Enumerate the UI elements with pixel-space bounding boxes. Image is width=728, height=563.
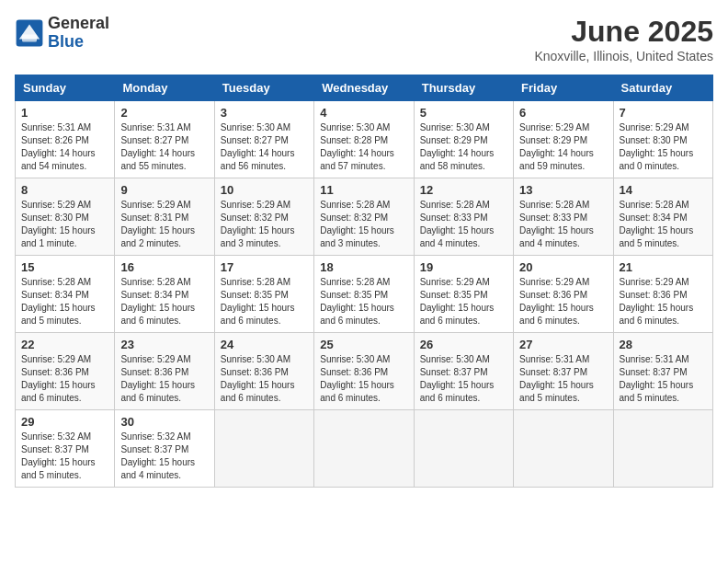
day-info: Sunrise: 5:28 AMSunset: 8:34 PMDaylight:… bbox=[21, 276, 108, 327]
day-info: Sunrise: 5:29 AMSunset: 8:36 PMDaylight:… bbox=[120, 353, 208, 405]
day-info: Sunrise: 5:29 AMSunset: 8:31 PMDaylight:… bbox=[120, 199, 208, 250]
header-wednesday: Wednesday bbox=[314, 75, 414, 101]
logo-blue-text: Blue bbox=[48, 33, 109, 52]
day-info: Sunrise: 5:29 AMSunset: 8:36 PMDaylight:… bbox=[21, 353, 108, 405]
day-number: 23 bbox=[120, 338, 208, 351]
day-info: Sunrise: 5:31 AMSunset: 8:26 PMDaylight:… bbox=[21, 121, 108, 173]
calendar-week-1: 1Sunrise: 5:31 AMSunset: 8:26 PMDaylight… bbox=[16, 101, 713, 178]
day-number: 29 bbox=[21, 415, 108, 429]
day-number: 24 bbox=[221, 338, 308, 351]
day-number: 8 bbox=[21, 183, 108, 197]
day-number: 15 bbox=[21, 260, 108, 274]
header-tuesday: Tuesday bbox=[214, 75, 313, 101]
location-title: Knoxville, Illinois, United States bbox=[534, 49, 713, 63]
calendar-cell bbox=[414, 410, 513, 488]
day-number: 30 bbox=[120, 415, 208, 429]
day-number: 2 bbox=[120, 106, 208, 120]
day-number: 22 bbox=[21, 338, 108, 351]
day-info: Sunrise: 5:32 AMSunset: 8:37 PMDaylight:… bbox=[120, 431, 208, 482]
day-number: 1 bbox=[21, 106, 108, 120]
calendar-cell: 7Sunrise: 5:29 AMSunset: 8:30 PMDaylight… bbox=[613, 101, 712, 178]
day-number: 21 bbox=[620, 260, 707, 274]
day-number: 14 bbox=[620, 183, 707, 197]
day-number: 18 bbox=[320, 260, 407, 274]
calendar-cell: 3Sunrise: 5:30 AMSunset: 8:27 PMDaylight… bbox=[214, 101, 313, 178]
calendar-cell: 20Sunrise: 5:29 AMSunset: 8:36 PMDayligh… bbox=[514, 256, 613, 333]
logo: General Blue bbox=[15, 15, 109, 52]
day-info: Sunrise: 5:29 AMSunset: 8:36 PMDaylight:… bbox=[519, 276, 607, 327]
day-number: 13 bbox=[519, 183, 607, 197]
day-info: Sunrise: 5:28 AMSunset: 8:34 PMDaylight:… bbox=[620, 199, 707, 250]
calendar-cell: 1Sunrise: 5:31 AMSunset: 8:26 PMDaylight… bbox=[16, 101, 115, 178]
day-info: Sunrise: 5:30 AMSunset: 8:28 PMDaylight:… bbox=[320, 121, 407, 173]
calendar-cell: 26Sunrise: 5:30 AMSunset: 8:37 PMDayligh… bbox=[414, 333, 513, 410]
day-info: Sunrise: 5:32 AMSunset: 8:37 PMDaylight:… bbox=[21, 431, 108, 482]
calendar-cell bbox=[514, 410, 613, 488]
calendar-cell: 9Sunrise: 5:29 AMSunset: 8:31 PMDaylight… bbox=[115, 178, 214, 256]
day-number: 28 bbox=[620, 338, 707, 351]
calendar-cell: 21Sunrise: 5:29 AMSunset: 8:36 PMDayligh… bbox=[613, 256, 712, 333]
header: General Blue June 2025 Knoxville, Illino… bbox=[15, 15, 713, 63]
calendar-cell bbox=[214, 410, 313, 488]
calendar-cell: 4Sunrise: 5:30 AMSunset: 8:28 PMDaylight… bbox=[314, 101, 414, 178]
day-number: 27 bbox=[519, 338, 607, 351]
day-info: Sunrise: 5:28 AMSunset: 8:34 PMDaylight:… bbox=[120, 276, 208, 327]
day-info: Sunrise: 5:28 AMSunset: 8:32 PMDaylight:… bbox=[320, 199, 407, 250]
header-thursday: Thursday bbox=[414, 75, 513, 101]
day-info: Sunrise: 5:28 AMSunset: 8:33 PMDaylight:… bbox=[420, 199, 507, 250]
header-monday: Monday bbox=[115, 75, 214, 101]
calendar-cell: 30Sunrise: 5:32 AMSunset: 8:37 PMDayligh… bbox=[115, 410, 214, 488]
day-number: 4 bbox=[320, 106, 407, 120]
calendar-cell: 8Sunrise: 5:29 AMSunset: 8:30 PMDaylight… bbox=[16, 178, 115, 256]
day-info: Sunrise: 5:28 AMSunset: 8:35 PMDaylight:… bbox=[221, 276, 308, 327]
day-info: Sunrise: 5:30 AMSunset: 8:37 PMDaylight:… bbox=[420, 353, 507, 405]
calendar-cell: 5Sunrise: 5:30 AMSunset: 8:29 PMDaylight… bbox=[414, 101, 513, 178]
calendar-cell: 22Sunrise: 5:29 AMSunset: 8:36 PMDayligh… bbox=[16, 333, 115, 410]
day-info: Sunrise: 5:31 AMSunset: 8:27 PMDaylight:… bbox=[120, 121, 208, 173]
calendar-cell: 11Sunrise: 5:28 AMSunset: 8:32 PMDayligh… bbox=[314, 178, 414, 256]
calendar-cell: 23Sunrise: 5:29 AMSunset: 8:36 PMDayligh… bbox=[115, 333, 214, 410]
month-title: June 2025 bbox=[534, 15, 713, 49]
calendar-cell: 18Sunrise: 5:28 AMSunset: 8:35 PMDayligh… bbox=[314, 256, 414, 333]
calendar-cell: 25Sunrise: 5:30 AMSunset: 8:36 PMDayligh… bbox=[314, 333, 414, 410]
title-area: June 2025 Knoxville, Illinois, United St… bbox=[534, 15, 713, 63]
day-number: 9 bbox=[120, 183, 208, 197]
header-sunday: Sunday bbox=[16, 75, 115, 101]
day-number: 6 bbox=[519, 106, 607, 120]
calendar-cell: 16Sunrise: 5:28 AMSunset: 8:34 PMDayligh… bbox=[115, 256, 214, 333]
calendar-cell: 17Sunrise: 5:28 AMSunset: 8:35 PMDayligh… bbox=[214, 256, 313, 333]
calendar-cell: 24Sunrise: 5:30 AMSunset: 8:36 PMDayligh… bbox=[214, 333, 313, 410]
day-info: Sunrise: 5:30 AMSunset: 8:36 PMDaylight:… bbox=[320, 353, 407, 405]
calendar-cell: 14Sunrise: 5:28 AMSunset: 8:34 PMDayligh… bbox=[613, 178, 712, 256]
calendar-cell: 6Sunrise: 5:29 AMSunset: 8:29 PMDaylight… bbox=[514, 101, 613, 178]
day-info: Sunrise: 5:29 AMSunset: 8:30 PMDaylight:… bbox=[21, 199, 108, 250]
day-number: 17 bbox=[221, 260, 308, 274]
calendar-week-4: 22Sunrise: 5:29 AMSunset: 8:36 PMDayligh… bbox=[16, 333, 713, 410]
day-info: Sunrise: 5:28 AMSunset: 8:33 PMDaylight:… bbox=[519, 199, 607, 250]
calendar-cell: 19Sunrise: 5:29 AMSunset: 8:35 PMDayligh… bbox=[414, 256, 513, 333]
day-info: Sunrise: 5:30 AMSunset: 8:36 PMDaylight:… bbox=[221, 353, 308, 405]
day-info: Sunrise: 5:30 AMSunset: 8:27 PMDaylight:… bbox=[221, 121, 308, 173]
calendar-cell: 13Sunrise: 5:28 AMSunset: 8:33 PMDayligh… bbox=[514, 178, 613, 256]
logo-general-text: General bbox=[48, 15, 109, 33]
day-number: 7 bbox=[620, 106, 707, 120]
day-info: Sunrise: 5:31 AMSunset: 8:37 PMDaylight:… bbox=[620, 353, 707, 405]
day-info: Sunrise: 5:29 AMSunset: 8:35 PMDaylight:… bbox=[420, 276, 507, 327]
day-number: 10 bbox=[221, 183, 308, 197]
day-number: 19 bbox=[420, 260, 507, 274]
day-number: 16 bbox=[120, 260, 208, 274]
calendar-cell bbox=[314, 410, 414, 488]
day-number: 20 bbox=[519, 260, 607, 274]
day-info: Sunrise: 5:29 AMSunset: 8:29 PMDaylight:… bbox=[519, 121, 607, 173]
calendar-cell: 28Sunrise: 5:31 AMSunset: 8:37 PMDayligh… bbox=[613, 333, 712, 410]
calendar-cell: 29Sunrise: 5:32 AMSunset: 8:37 PMDayligh… bbox=[16, 410, 115, 488]
calendar-cell bbox=[613, 410, 712, 488]
day-number: 12 bbox=[420, 183, 507, 197]
calendar-table: SundayMondayTuesdayWednesdayThursdayFrid… bbox=[15, 75, 713, 488]
svg-rect-2 bbox=[22, 34, 37, 41]
calendar-cell: 15Sunrise: 5:28 AMSunset: 8:34 PMDayligh… bbox=[16, 256, 115, 333]
day-info: Sunrise: 5:28 AMSunset: 8:35 PMDaylight:… bbox=[320, 276, 407, 327]
calendar-week-5: 29Sunrise: 5:32 AMSunset: 8:37 PMDayligh… bbox=[16, 410, 713, 488]
calendar-cell: 2Sunrise: 5:31 AMSunset: 8:27 PMDaylight… bbox=[115, 101, 214, 178]
day-info: Sunrise: 5:30 AMSunset: 8:29 PMDaylight:… bbox=[420, 121, 507, 173]
